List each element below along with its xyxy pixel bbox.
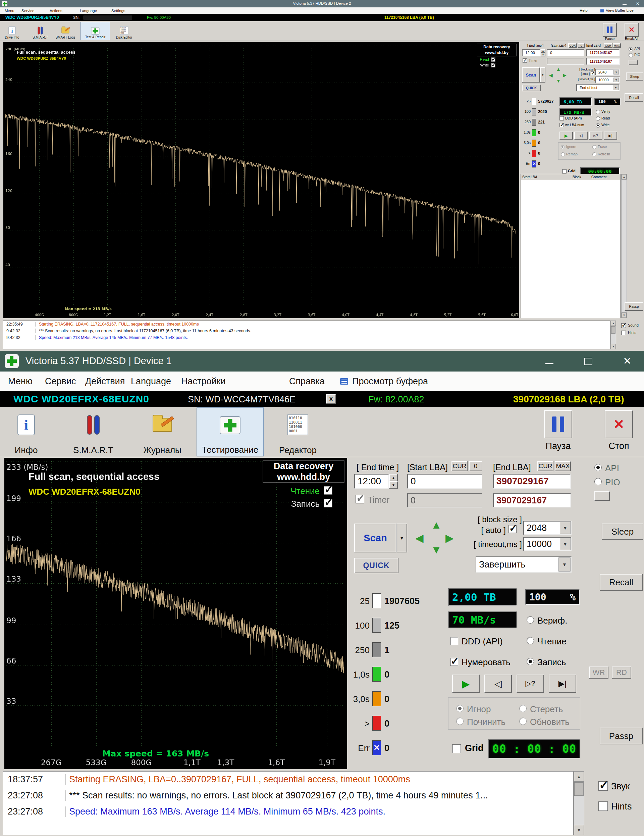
toolbar-item-test[interactable]: Test & Repair bbox=[80, 22, 110, 40]
ddd-checkbox[interactable] bbox=[559, 116, 564, 121]
toolbar-item-info[interactable]: iDrive Info bbox=[0, 22, 27, 40]
start-lba-input[interactable]: 0 bbox=[407, 474, 482, 489]
menu-view-buffer[interactable]: Просмотр буфера bbox=[352, 376, 428, 387]
toolbar-item-info[interactable]: iИнфо bbox=[0, 407, 60, 456]
toolbar-item-smart[interactable]: S.M.A.R.T bbox=[60, 407, 127, 456]
maximize-button[interactable] bbox=[579, 354, 598, 369]
recall-button[interactable]: Recall bbox=[624, 93, 643, 102]
ignore-radio[interactable] bbox=[561, 145, 565, 149]
api-radio[interactable] bbox=[629, 47, 633, 51]
cur-end-button[interactable]: CUR bbox=[537, 461, 553, 471]
nav-up-button[interactable]: ▲ bbox=[431, 519, 442, 531]
close-button[interactable]: ✕ bbox=[618, 354, 637, 369]
menu-item-0[interactable]: Меню bbox=[8, 376, 33, 387]
nav-down-button[interactable]: ▼ bbox=[431, 544, 442, 556]
scan-button[interactable]: Scan bbox=[354, 524, 396, 552]
pause-button[interactable] bbox=[544, 410, 572, 438]
titlebar[interactable]: Victoria 5.37 HDD/SSD | Device 2 ✕ bbox=[0, 0, 644, 7]
menu-help[interactable]: Help bbox=[580, 8, 588, 12]
scan-dropdown-button[interactable]: ▼ bbox=[396, 524, 407, 552]
rd-button[interactable]: RD bbox=[612, 666, 631, 679]
end-time-field[interactable]: 12:00 bbox=[522, 49, 541, 56]
menu-item-2[interactable]: Actions bbox=[50, 9, 62, 13]
nav-down-button[interactable]: ▼ bbox=[556, 78, 561, 83]
wr-lba-num-checkbox[interactable] bbox=[559, 123, 564, 127]
cur-start-button[interactable]: CUR bbox=[452, 461, 468, 471]
quick-button[interactable]: QUICK bbox=[522, 85, 541, 91]
pio-radio[interactable] bbox=[594, 478, 602, 485]
watermark[interactable]: Data recovery www.hdd.by bbox=[477, 44, 517, 56]
scan-button[interactable]: Scan bbox=[522, 67, 540, 83]
read-radio[interactable] bbox=[527, 637, 534, 644]
nav-right-button[interactable]: ▶ bbox=[563, 72, 567, 78]
stop-button[interactable]: ✕ bbox=[605, 410, 633, 438]
hints-checkbox[interactable] bbox=[621, 331, 626, 335]
end-action-combo[interactable]: Завершить▼ bbox=[476, 557, 572, 573]
verify-radio[interactable] bbox=[527, 616, 534, 624]
grid-checkbox[interactable] bbox=[452, 745, 461, 753]
read-checkbox[interactable] bbox=[491, 57, 496, 62]
close-button[interactable]: ✕ bbox=[632, 0, 643, 7]
hints-checkbox[interactable] bbox=[598, 802, 608, 811]
zero-start-button[interactable]: 0 bbox=[469, 461, 482, 471]
seek-error-button[interactable]: ▷? bbox=[589, 132, 602, 140]
nav-right-button[interactable]: ▶ bbox=[445, 532, 454, 544]
block-size-combo[interactable]: 2048▼ bbox=[523, 521, 572, 535]
max-end-button[interactable]: MAX bbox=[613, 43, 621, 48]
sound-checkbox[interactable] bbox=[621, 323, 626, 328]
wr-button[interactable]: WR bbox=[589, 666, 608, 679]
timer-checkbox[interactable] bbox=[355, 495, 364, 503]
step-back-button[interactable]: ◁ bbox=[574, 132, 588, 140]
recall-button[interactable]: Recall bbox=[600, 574, 642, 591]
toolbar-item-test[interactable]: Тестирование bbox=[197, 407, 264, 456]
passp-button[interactable]: Passp bbox=[624, 302, 643, 311]
end-action-combo[interactable]: End of test▼ bbox=[576, 84, 620, 91]
time-up-button[interactable]: ▲ bbox=[541, 49, 545, 53]
menu-item-5[interactable]: Справка bbox=[289, 376, 325, 387]
pause-button[interactable] bbox=[603, 23, 617, 37]
api-radio[interactable] bbox=[594, 464, 602, 471]
cur-start-button[interactable]: CUR bbox=[568, 43, 577, 48]
refresh-radio[interactable] bbox=[519, 718, 527, 725]
menu-item-3[interactable]: Language bbox=[80, 9, 97, 13]
skip-end-button[interactable]: ▶| bbox=[549, 674, 576, 693]
end-time-field[interactable]: 12:00 bbox=[354, 474, 389, 489]
sn-close-button[interactable]: x bbox=[326, 394, 336, 404]
auto-checkbox[interactable] bbox=[591, 72, 594, 75]
erase-radio[interactable] bbox=[592, 145, 597, 149]
write-checkbox[interactable] bbox=[324, 499, 333, 508]
sleep-button[interactable]: Sleep bbox=[626, 72, 643, 80]
refresh-radio[interactable] bbox=[592, 152, 597, 157]
ignore-radio[interactable] bbox=[456, 705, 463, 712]
menu-item-2[interactable]: Действия bbox=[85, 376, 125, 387]
time-up-button[interactable]: ▲ bbox=[389, 474, 398, 481]
play-button[interactable]: ▶ bbox=[559, 132, 573, 140]
step-back-button[interactable]: ◁ bbox=[484, 674, 512, 693]
watermark[interactable]: Data recovery www.hdd.by bbox=[262, 460, 344, 483]
toolbar-item-editor[interactable]: 010110 110011 101000 0001Disk Editor bbox=[109, 22, 139, 40]
max-end-button[interactable]: MAX bbox=[555, 461, 571, 471]
numerate-checkbox[interactable] bbox=[450, 658, 458, 666]
write-checkbox[interactable] bbox=[491, 63, 496, 67]
nav-left-button[interactable]: ◀ bbox=[415, 532, 424, 544]
menu-view-buffer[interactable]: View Buffer Live bbox=[606, 8, 634, 12]
auto-checkbox[interactable] bbox=[509, 525, 517, 533]
toolbar-item-logs[interactable]: SMART Logs bbox=[51, 22, 80, 40]
nav-up-button[interactable]: ▲ bbox=[556, 67, 561, 72]
play-button[interactable]: ▶ bbox=[452, 674, 479, 693]
read-radio[interactable] bbox=[596, 116, 600, 121]
table-scrollbar[interactable]: ▲ ▼ bbox=[621, 174, 627, 318]
quick-button[interactable]: QUICK bbox=[354, 558, 398, 573]
menu-item-3[interactable]: Language bbox=[131, 376, 171, 387]
sleep-button[interactable]: Sleep bbox=[602, 524, 643, 540]
pio-radio[interactable] bbox=[629, 53, 633, 57]
nav-left-button[interactable]: ◀ bbox=[549, 72, 553, 78]
menu-item-4[interactable]: Настройки bbox=[181, 376, 225, 387]
write-radio[interactable] bbox=[527, 658, 534, 665]
menu-item-0[interactable]: Menu bbox=[5, 9, 15, 13]
timer-checkbox[interactable] bbox=[523, 59, 527, 63]
write-radio[interactable] bbox=[596, 123, 600, 127]
log-scrollbar[interactable]: ▲ ▼ bbox=[610, 320, 616, 349]
log-scrollbar[interactable]: ▲ ▼ bbox=[574, 771, 584, 835]
menu-item-1[interactable]: Сервис bbox=[45, 376, 76, 387]
